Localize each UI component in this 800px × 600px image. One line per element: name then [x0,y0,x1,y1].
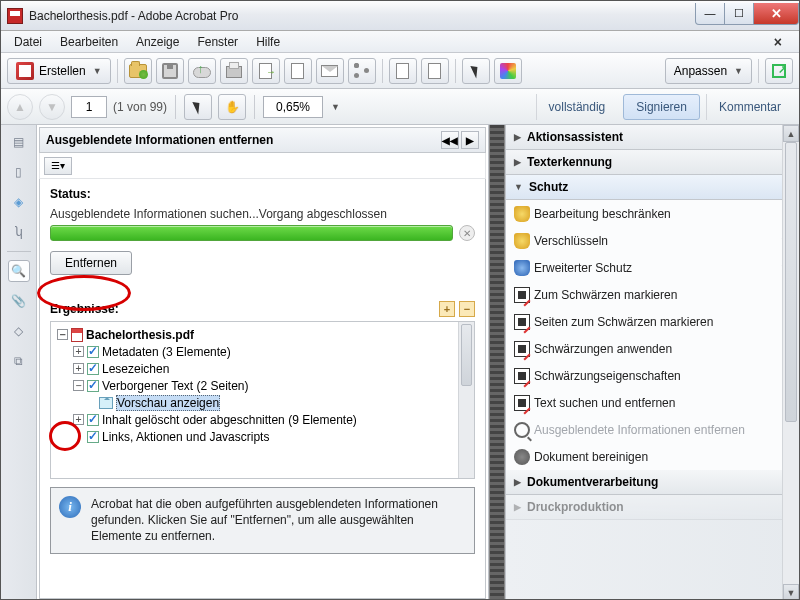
checkbox[interactable] [87,380,99,392]
mail-button[interactable] [316,58,344,84]
menu-bearbeiten[interactable]: Bearbeiten [51,33,127,51]
bookmarks-icon[interactable]: ◈ [8,191,30,213]
main-area: ▤ ▯ ◈ ʮ 🔍 📎 ◇ ⧉ Ausgeblendete Informatio… [1,125,799,600]
tool-extended-protection[interactable]: Erweiterter Schutz▼ [506,254,799,281]
nav-down-button[interactable]: ▼ [39,94,65,120]
tool-mark-redaction[interactable]: Zum Schwärzen markieren [506,281,799,308]
tool-redaction-props[interactable]: Schwärzungseigenschaften [506,362,799,389]
maximize-button[interactable]: ☐ [724,3,754,25]
menu-hilfe[interactable]: Hilfe [247,33,289,51]
hidden-info-icon[interactable]: 🔍 [8,260,30,282]
redact-icon [514,341,530,357]
share-button[interactable] [348,58,376,84]
acc-dokumentverarbeitung[interactable]: ▶Dokumentverarbeitung [506,470,799,495]
panel-prev-button[interactable]: ◀◀ [441,131,459,149]
remove-button[interactable]: Entfernen [50,251,132,275]
attachments-icon[interactable]: 📎 [8,290,30,312]
minimize-button[interactable]: — [695,3,725,25]
acc-texterkennung[interactable]: ▶Texterkennung [506,150,799,175]
close-button[interactable]: ✕ [753,3,799,25]
pages-icon[interactable]: ▯ [8,161,30,183]
menu-datei[interactable]: Datei [5,33,51,51]
signatures-icon[interactable]: ʮ [8,221,30,243]
layers-icon[interactable]: ◇ [8,320,30,342]
checkbox[interactable] [87,431,99,443]
tool-apply-redactions[interactable]: Schwärzungen anwenden [506,335,799,362]
window-title: Bachelorthesis.pdf - Adobe Acrobat Pro [29,9,696,23]
scroll-up-button[interactable]: ▲ [783,125,799,142]
status-label: Status: [50,187,475,201]
nav-up-button[interactable]: ▲ [7,94,33,120]
scrollbar-thumb[interactable] [461,324,472,386]
tree-root[interactable]: −Bachelorthesis.pdf [53,326,472,343]
customize-button[interactable]: Anpassen▼ [665,58,752,84]
new-doc-button[interactable] [284,58,312,84]
collapse-all-button[interactable]: − [459,301,475,317]
gear-icon [514,449,530,465]
acc-druckproduktion[interactable]: ▶Druckproduktion [506,495,799,520]
tool-sanitize[interactable]: Dokument bereinigen [506,443,799,470]
tool-encrypt[interactable]: Verschlüsseln▼ [506,227,799,254]
tool-restrict-editing[interactable]: Bearbeitung beschränken [506,200,799,227]
export-button[interactable] [252,58,280,84]
create-button[interactable]: Erstellen▼ [7,58,111,84]
panel-options-button[interactable]: ☰▾ [44,157,72,175]
tool-mark-pages[interactable]: Seiten zum Schwärzen markieren [506,308,799,335]
checkbox[interactable] [87,363,99,375]
tree-item[interactable]: +Inhalt gelöscht oder abgeschnitten (9 E… [53,411,472,428]
tree-item[interactable]: −Verborgener Text (2 Seiten) [53,377,472,394]
tool-search-remove[interactable]: Text suchen und entfernen [506,389,799,416]
triangle-right-icon: ▶ [514,132,521,142]
kommentar-button[interactable]: Kommentar [706,94,793,120]
cloud-icon [193,67,211,78]
fullscreen-button[interactable] [765,58,793,84]
separator [455,59,456,83]
expand-all-button[interactable]: + [439,301,455,317]
acc-aktionsassistent[interactable]: ▶Aktionsassistent [506,125,799,150]
thumbnails-icon[interactable]: ▤ [8,131,30,153]
info-text: Acrobat hat die oben aufgeführten ausgeb… [91,496,466,545]
shield-icon [514,260,530,276]
menu-close-doc[interactable]: × [765,32,791,52]
scrollbar-thumb[interactable] [785,142,797,422]
cursor-button[interactable] [462,58,490,84]
right-scrollbar[interactable]: ▲ ▼ [782,125,799,600]
vollstandig-button[interactable]: vollständig [536,94,618,120]
progress-cancel-button[interactable]: ✕ [459,225,475,241]
expand-icon[interactable]: + [73,363,84,374]
menu-fenster[interactable]: Fenster [188,33,247,51]
open-button[interactable] [124,58,152,84]
scroll-down-button[interactable]: ▼ [783,584,799,600]
acc-schutz[interactable]: ▼Schutz [506,175,799,200]
tree-item[interactable]: Links, Aktionen und Javascripts [53,428,472,445]
page-button[interactable] [421,58,449,84]
checkbox[interactable] [87,414,99,426]
print-button[interactable] [220,58,248,84]
tree-item[interactable]: +Metadaten (3 Elemente) [53,343,472,360]
hand-tool[interactable]: ✋ [218,94,246,120]
signieren-button[interactable]: Signieren [623,94,700,120]
panel-next-button[interactable]: ▶ [461,131,479,149]
save-button[interactable] [156,58,184,84]
expand-icon[interactable]: + [73,346,84,357]
info-box: i Acrobat hat die oben aufgeführten ausg… [50,487,475,554]
tree-preview-item[interactable]: Vorschau anzeigen [53,394,472,411]
menu-anzeige[interactable]: Anzeige [127,33,188,51]
colors-button[interactable] [494,58,522,84]
checkbox[interactable] [87,346,99,358]
tree-item[interactable]: +Lesezeichen [53,360,472,377]
select-tool[interactable] [184,94,212,120]
page-input[interactable] [71,96,107,118]
collapse-icon[interactable]: − [57,329,68,340]
tree-scrollbar[interactable] [458,322,474,478]
expand-icon[interactable]: + [73,414,84,425]
results-label: Ergebnisse: + − [50,301,475,317]
navbar: ▲ ▼ (1 von 99) ✋ ▼ vollständig Signieren… [1,89,799,125]
docs-button[interactable] [389,58,417,84]
tool-remove-hidden[interactable]: Ausgeblendete Informationen entfernen [506,416,799,443]
tags-icon[interactable]: ⧉ [8,350,30,372]
cloud-button[interactable] [188,58,216,84]
zoom-input[interactable] [263,96,323,118]
chevron-down-icon[interactable]: ▼ [331,102,340,112]
collapse-icon[interactable]: − [73,380,84,391]
